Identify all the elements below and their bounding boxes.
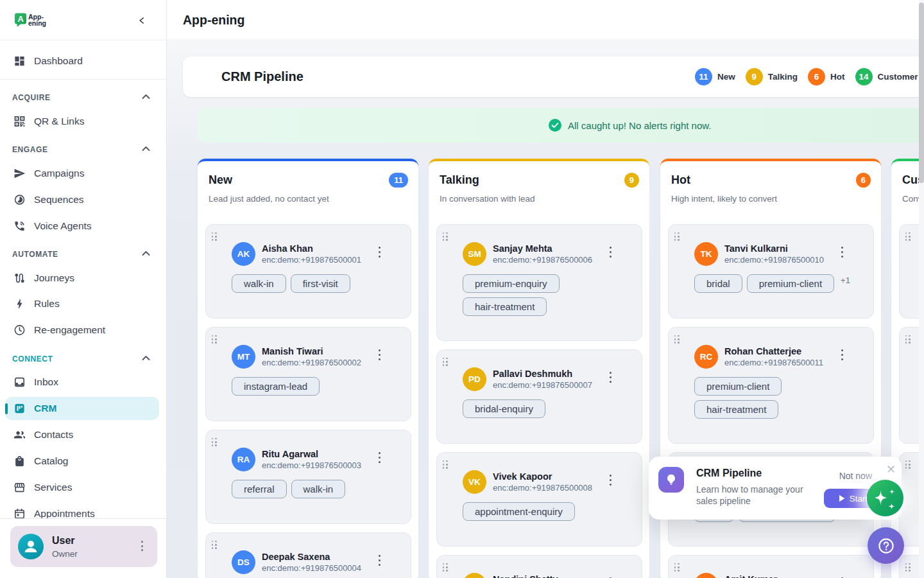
svg-text:A: A bbox=[18, 14, 24, 24]
